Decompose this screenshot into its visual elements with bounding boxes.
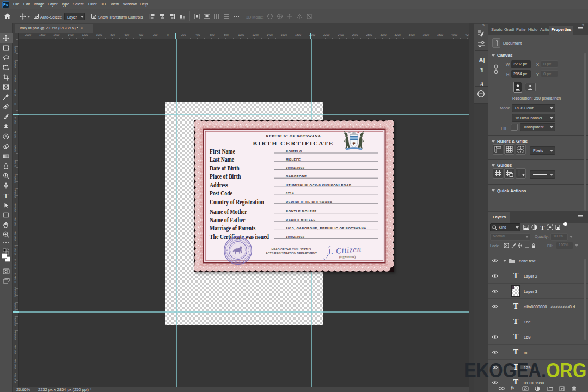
- svg-text:GABORONE: GABORONE: [286, 175, 307, 178]
- svg-text:30/01/2022: 30/01/2022: [286, 166, 305, 169]
- svg-text:Last Name: Last Name: [210, 156, 234, 163]
- svg-text:First Name: First Name: [210, 148, 235, 155]
- svg-text:BOIPELO: BOIPELO: [286, 150, 302, 153]
- svg-text:0714: 0714: [286, 192, 294, 195]
- svg-text:10/02/2022: 10/02/2022: [286, 235, 305, 238]
- svg-text:Post Code: Post Code: [210, 190, 232, 197]
- svg-text:HEAD OF THE CIVIL STATUS: HEAD OF THE CIVIL STATUS: [272, 248, 311, 251]
- svg-text:Country of Registration: Country of Registration: [210, 199, 264, 206]
- svg-text:2015, GABORONE, REPUBLIC OF BO: 2015, GABORONE, REPUBLIC OF BOTSWANA: [286, 226, 366, 230]
- svg-text:BARUTI MOLEFE: BARUTI MOLEFE: [286, 218, 316, 222]
- svg-text:ACTS REGISTRATION DEPARTMENT: ACTS REGISTRATION DEPARTMENT: [266, 252, 317, 255]
- svg-text:Marriage of Parents: Marriage of Parents: [210, 225, 256, 232]
- svg-text:Name of Mother: Name of Mother: [210, 209, 247, 215]
- svg-text:UTUMISHI BLOCK-8 KIVUKONI ROAD: UTUMISHI BLOCK-8 KIVUKONI ROAD: [286, 183, 352, 187]
- svg-text:(signatures): (signatures): [339, 255, 356, 259]
- svg-text:BONTLE MOLEFE: BONTLE MOLEFE: [286, 210, 317, 213]
- svg-text:REPUBLIC OF BOTSWANA: REPUBLIC OF BOTSWANA: [266, 134, 321, 138]
- svg-text:REPUBLIC OF BOTSWANA: REPUBLIC OF BOTSWANA: [286, 200, 333, 204]
- svg-text:Date of Birth: Date of Birth: [210, 165, 240, 171]
- svg-text:BIRTH CERTIFICATE: BIRTH CERTIFICATE: [253, 140, 334, 146]
- svg-text:Name of Father: Name of Father: [210, 217, 246, 223]
- svg-text:T: T: [541, 224, 545, 230]
- svg-text:T: T: [4, 192, 8, 199]
- svg-text:Address: Address: [210, 182, 228, 188]
- svg-text:MOLEFE: MOLEFE: [286, 158, 301, 161]
- svg-text:Place of Birth: Place of Birth: [210, 173, 241, 180]
